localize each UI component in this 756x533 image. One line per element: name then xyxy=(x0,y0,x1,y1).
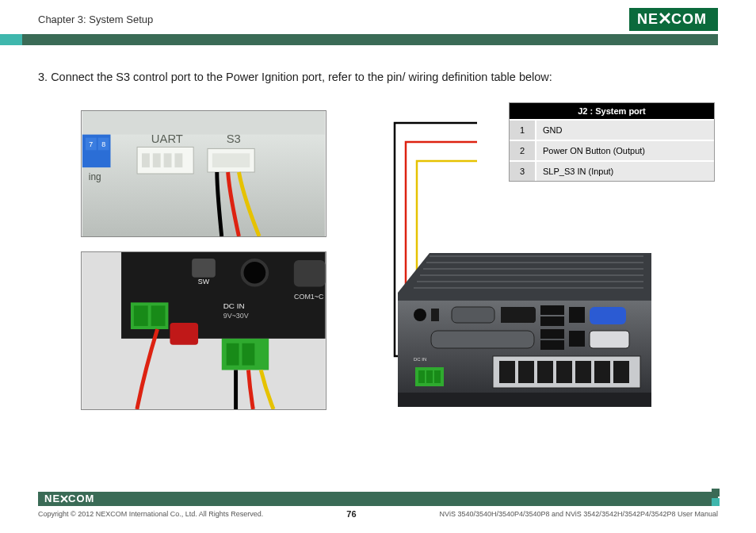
svg-rect-58 xyxy=(499,361,515,383)
brand-logo: NE COM xyxy=(629,8,718,31)
svg-rect-1 xyxy=(82,111,325,135)
svg-text:DC IN: DC IN xyxy=(414,357,426,362)
svg-rect-55 xyxy=(569,331,585,347)
device-illustration: DC IN xyxy=(382,245,667,428)
svg-text:COM1~C: COM1~C xyxy=(294,293,324,301)
svg-rect-46 xyxy=(501,307,517,323)
svg-text:8: 8 xyxy=(101,140,105,148)
svg-rect-71 xyxy=(712,489,720,497)
logo-x-icon xyxy=(60,493,68,505)
svg-text:S3: S3 xyxy=(227,132,241,144)
svg-rect-63 xyxy=(594,361,610,383)
header-rule xyxy=(0,34,718,45)
svg-rect-70 xyxy=(702,498,710,506)
chapter-title: Chapter 3: System Setup xyxy=(38,13,153,25)
step-instruction: 3. Connect the S3 control port to the Po… xyxy=(38,69,718,86)
svg-text:DC IN: DC IN xyxy=(223,301,245,310)
svg-rect-28 xyxy=(151,305,166,326)
svg-rect-10 xyxy=(142,153,150,167)
svg-rect-22 xyxy=(294,260,326,287)
svg-rect-12 xyxy=(164,153,172,167)
photo-dc-in: SW COM1~C DC IN 9V~30V xyxy=(81,251,326,410)
manual-title: NViS 3540/3540H/3540P4/3540P8 and NViS 3… xyxy=(440,510,718,518)
svg-rect-32 xyxy=(170,323,198,345)
svg-rect-47 xyxy=(518,307,534,323)
svg-rect-16 xyxy=(212,153,250,167)
logo-x-icon xyxy=(659,11,670,28)
footer-logo: NE COM xyxy=(38,493,94,505)
footer-ornament-icon xyxy=(702,489,723,509)
svg-rect-31 xyxy=(242,343,255,366)
svg-rect-72 xyxy=(712,498,720,506)
svg-rect-30 xyxy=(227,343,239,366)
svg-text:ing: ing xyxy=(89,171,101,182)
svg-point-42 xyxy=(414,309,426,321)
footer-rule: NE COM xyxy=(38,492,718,506)
svg-rect-44 xyxy=(452,307,494,323)
svg-rect-43 xyxy=(431,309,439,321)
page-number: 76 xyxy=(346,509,356,519)
svg-rect-68 xyxy=(434,370,441,383)
svg-rect-50 xyxy=(569,307,585,323)
svg-rect-13 xyxy=(174,153,182,167)
svg-rect-27 xyxy=(134,305,148,326)
svg-marker-33 xyxy=(398,253,651,301)
svg-rect-66 xyxy=(418,370,425,383)
svg-text:7: 7 xyxy=(89,140,93,148)
svg-text:UART: UART xyxy=(151,132,183,144)
svg-rect-56 xyxy=(590,331,629,348)
svg-rect-51 xyxy=(590,307,626,324)
svg-rect-41 xyxy=(398,393,651,407)
svg-rect-54 xyxy=(540,340,564,350)
svg-rect-52 xyxy=(431,331,534,348)
svg-rect-48 xyxy=(540,305,564,315)
svg-rect-49 xyxy=(540,316,564,326)
svg-text:SW: SW xyxy=(198,277,210,285)
svg-rect-60 xyxy=(537,361,553,383)
svg-rect-11 xyxy=(153,153,161,167)
photo-s3-port: 7 8 ing UART S3 xyxy=(81,110,326,237)
svg-rect-53 xyxy=(540,329,564,339)
svg-rect-67 xyxy=(426,370,433,383)
svg-rect-62 xyxy=(575,361,591,383)
svg-rect-61 xyxy=(556,361,572,383)
svg-text:9V~30V: 9V~30V xyxy=(223,312,249,320)
svg-point-21 xyxy=(242,260,268,286)
svg-rect-64 xyxy=(613,361,629,383)
svg-rect-59 xyxy=(518,361,534,383)
copyright-text: Copyright © 2012 NEXCOM International Co… xyxy=(38,510,263,518)
svg-rect-19 xyxy=(192,259,216,278)
